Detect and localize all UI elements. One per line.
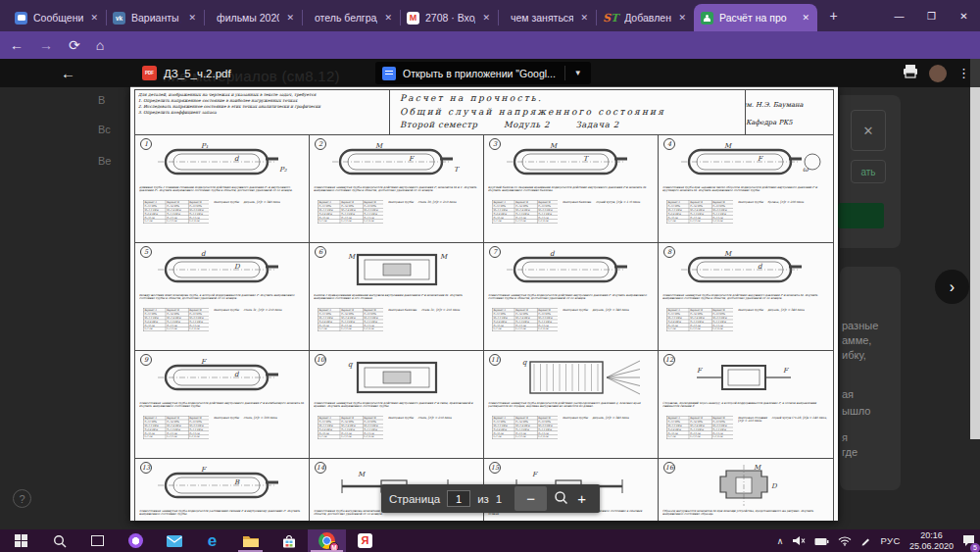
browser-tab-6[interactable]: чем заняться✕ [498, 4, 596, 31]
problem-description: Баллон с приваренными крышками нагружен … [314, 293, 479, 307]
organization-block: МГТУ им. Н.Э. Баумана Кафедра РК5 "Прикл… [746, 90, 833, 134]
chevron-down-icon[interactable]: ▼ [565, 69, 591, 77]
clock[interactable]: 20:16 25.06.2020 [909, 530, 954, 552]
taskbar-search-icon[interactable] [40, 529, 78, 552]
variant-table: Вариант АВариант БВариант ВР=10 МПаР=16 … [492, 308, 558, 333]
pdf-menu-icon[interactable]: ⋮ [957, 66, 970, 80]
window-controls: — ❐ ✕ [883, 0, 980, 31]
tab-close-icon[interactable]: ✕ [579, 13, 589, 23]
tab-close-icon[interactable]: ✕ [481, 13, 491, 23]
pdf-back-button[interactable]: ← [61, 65, 75, 81]
next-page-button[interactable]: › [935, 270, 969, 304]
problem-number: 9 [140, 354, 152, 366]
taskbar-start-icon[interactable] [2, 529, 40, 552]
search-icon[interactable] [554, 490, 568, 507]
variant-table: Вариант АВариант БВариант ВР=10 МПаР=16 … [143, 416, 209, 441]
tab-close-icon[interactable]: ✕ [383, 13, 393, 23]
svg-text:q: q [522, 359, 528, 367]
browser-tab-1[interactable]: Сообщения✕ [8, 4, 106, 31]
problem-description: Тонкостенная замкнутая труба подвергаетс… [314, 185, 479, 199]
background-text-fragment: разные [842, 320, 878, 331]
print-icon[interactable] [903, 64, 918, 82]
svg-text:M: M [348, 253, 357, 261]
problem-cell-6: 6MMБаллон с приваренными крышками нагруж… [310, 243, 484, 351]
variant-table: Вариант АВариант БВариант ВР=10 МПаР=16 … [143, 200, 209, 226]
tab-close-icon[interactable]: ✕ [677, 13, 687, 23]
problem-number: 7 [489, 246, 501, 258]
scrollbar[interactable] [970, 59, 980, 439]
tab-close-icon[interactable]: ✕ [187, 13, 197, 23]
taskbar-chrome-icon[interactable]: M [308, 529, 346, 552]
problem-cell-10: 10qТонкостенная замкнутая труба подверга… [310, 351, 484, 459]
battery-icon[interactable] [814, 532, 829, 550]
tab-title: фильмы 2020 [217, 12, 279, 24]
problem-cell-1: 1P₁dP₂Длинная труба с тонкими стенками п… [135, 135, 310, 243]
problem-number: 11 [489, 354, 501, 366]
language-indicator[interactable]: РУС [880, 535, 901, 546]
page-nav-toolbar: Страница из 1 − + [381, 484, 600, 513]
svg-text:d: d [234, 371, 239, 378]
problem-description: Тонкостенная замкнутая труба подвергаетс… [488, 293, 654, 307]
pen-icon[interactable] [860, 532, 871, 550]
variant-table: Вариант АВариант БВариант ВР=10 МПаР=16 … [318, 308, 383, 333]
tray-chevron-icon[interactable]: ∧ [777, 536, 784, 546]
taskbar-yandex-icon[interactable]: Я [346, 529, 384, 552]
volume-muted-icon[interactable] [792, 532, 806, 550]
action-center-icon[interactable]: 5 [962, 532, 975, 550]
taskbar-alice-icon[interactable] [117, 529, 155, 552]
svg-text:F: F [697, 367, 703, 375]
wifi-icon[interactable] [838, 532, 852, 550]
messenger-icon [15, 11, 27, 25]
reload-button[interactable]: ⟳ [69, 37, 80, 53]
svg-text:F: F [201, 466, 207, 474]
browser-tab-3[interactable]: фильмы 2020✕ [204, 4, 302, 31]
taskbar-mail-icon[interactable] [155, 529, 193, 552]
material-note: Материал трубы — сталь 30, [σ]т = 250 МП… [388, 200, 479, 226]
taskbar-edge-icon[interactable]: e [193, 529, 231, 552]
turn-in-button-fragment: ать [851, 160, 886, 183]
problem-number: 3 [489, 138, 501, 150]
minimize-button[interactable]: — [883, 0, 915, 31]
user-avatar[interactable] [929, 65, 947, 82]
problem-description: Между жестких плит помещена труба, в кот… [139, 293, 305, 307]
page-total: 1 [496, 493, 502, 505]
material-note: Материал стержня — серый чугун СЧ-28, [σ… [738, 416, 829, 441]
background-text-fragment: где [842, 446, 858, 458]
problem-description: Тонкостенная труба при заданном числе об… [662, 185, 829, 199]
browser-tab-2[interactable]: vkВарианты ДЗ✕ [106, 4, 204, 31]
problem-number: 10 [315, 354, 326, 366]
problem-number: 13 [140, 462, 152, 474]
tab-title: Расчёт на про [719, 12, 795, 24]
gmail-icon: M [407, 11, 419, 25]
problem-description: Образец нагружается моментом М при помощ… [662, 509, 829, 521]
svg-text:d: d [550, 250, 555, 258]
browser-tab-5[interactable]: M2708 · Входящи✕ [400, 4, 498, 31]
open-in-app-button[interactable]: Открыть в приложении "Googl... ▼ [375, 62, 591, 84]
close-button[interactable]: ✕ [948, 0, 980, 31]
zoom-in-button[interactable]: + [575, 490, 588, 507]
variant-table: Вариант АВариант БВариант ВР=10 МПаР=16 … [318, 416, 383, 441]
browser-tab-7[interactable]: STДобавление с✕ [596, 4, 694, 31]
problem-description: Стержень, проходящий через камеру, в кот… [662, 401, 829, 415]
taskbar-store-icon[interactable] [270, 529, 308, 552]
back-button[interactable]: ← [10, 37, 24, 53]
windows-taskbar: eMЯ ∧ РУС 20:16 25.06.2020 5 [0, 529, 980, 552]
new-tab-button[interactable]: + [825, 8, 842, 25]
background-text-fragment: ышло [842, 405, 870, 417]
maximize-button[interactable]: ❐ [915, 0, 948, 31]
page-number-input[interactable] [447, 490, 470, 507]
tab-title: Варианты ДЗ [131, 12, 181, 24]
taskbar-task-view-icon[interactable] [78, 529, 117, 552]
browser-tab-4[interactable]: отель белград✕ [302, 4, 400, 31]
svg-text:ω: ω [803, 166, 808, 174]
browser-tab-8[interactable]: Расчёт на про✕ [694, 4, 817, 31]
zoom-out-button[interactable]: − [514, 486, 547, 511]
tab-close-icon[interactable]: ✕ [801, 13, 810, 23]
forward-button[interactable]: → [39, 37, 53, 53]
taskbar-explorer-icon[interactable] [231, 529, 270, 552]
help-button[interactable]: ? [13, 489, 31, 508]
tab-close-icon[interactable]: ✕ [285, 13, 295, 23]
tab-close-icon[interactable]: ✕ [89, 13, 99, 23]
home-button[interactable]: ⌂ [96, 37, 104, 53]
problem-cell-8: 8MdТонкостенная замкнутая труба подверга… [659, 243, 833, 351]
